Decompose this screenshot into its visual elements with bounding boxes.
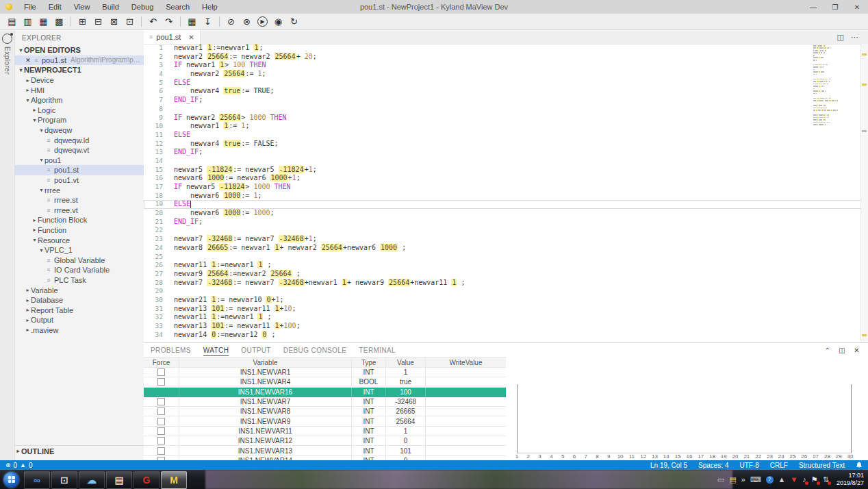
- force-checkbox[interactable]: [157, 378, 165, 386]
- tree-item-logic[interactable]: ▸Logic: [15, 105, 144, 116]
- watch-row-ins1.newvar16[interactable]: INS1.NEWVAR16INT100: [144, 388, 506, 397]
- tree-item-dqweqw.vt[interactable]: ≡dqweqw.vt: [15, 145, 144, 155]
- write-value-cell[interactable]: [426, 388, 506, 397]
- taskbar-app-file-manager[interactable]: ▤: [106, 471, 132, 489]
- restart-icon[interactable]: ↻: [286, 15, 302, 29]
- taskbar-app-messenger[interactable]: ☁: [79, 471, 105, 489]
- code-line-19[interactable]: 19ELSE: [144, 200, 861, 209]
- network-warning-icon[interactable]: ⇅: [823, 476, 829, 484]
- code-line-34[interactable]: 34newvar14 0:=newvar12 0 ;: [144, 331, 861, 340]
- panel-tab-watch[interactable]: WATCH: [203, 347, 229, 356]
- code-line-29[interactable]: 29: [144, 287, 861, 296]
- monitor-table-icon[interactable]: ⊡: [122, 15, 138, 29]
- code-line-13[interactable]: 13END_IF;: [144, 148, 861, 157]
- tree-item-pou1.st[interactable]: ≡pou1.st: [15, 165, 144, 175]
- code-line-4[interactable]: 4 newvar2 25664:= 1;: [144, 70, 861, 79]
- watch-row-ins1.newvar4[interactable]: INS1.NEWVAR4BOOLtrue: [144, 377, 506, 387]
- help-icon[interactable]: ?: [766, 476, 774, 484]
- panel-tab-output[interactable]: OUTPUT: [241, 347, 271, 354]
- code-line-20[interactable]: 20 newvar6 1000:= 1000;: [144, 209, 861, 218]
- close-tab-icon[interactable]: ✕: [188, 34, 194, 41]
- blocks-icon[interactable]: ⊞: [75, 15, 90, 29]
- panel-layout-icon[interactable]: ◫: [839, 347, 845, 354]
- taskbar-app-security-tool[interactable]: ⊡: [51, 471, 77, 489]
- tree-item-function-block[interactable]: ▸Function Block: [15, 215, 144, 225]
- code-line-14[interactable]: 14: [144, 157, 861, 166]
- stop-icon[interactable]: ◉: [270, 15, 286, 29]
- force-checkbox[interactable]: [157, 437, 165, 444]
- tree-item-report-table[interactable]: ▸Report Table: [15, 305, 144, 315]
- tree-item-device[interactable]: ▸Device: [15, 75, 144, 86]
- taskbar-clock[interactable]: 17:012019/8/27: [834, 472, 864, 488]
- code-line-22[interactable]: 22: [144, 226, 861, 235]
- code-line-7[interactable]: 7END_IF;: [144, 96, 861, 105]
- menu-help[interactable]: Help: [196, 1, 224, 13]
- redo-icon[interactable]: ↷: [161, 15, 177, 29]
- column-header-variable[interactable]: Variable: [179, 358, 352, 367]
- code-line-1[interactable]: 1newvar1 1:=newvar1 1;: [144, 44, 861, 53]
- tree-item-pou1[interactable]: ▾pou1: [15, 155, 144, 166]
- close-button[interactable]: ✕: [846, 0, 868, 14]
- panel-tab-debug-console[interactable]: DEBUG CONSOLE: [283, 347, 346, 354]
- problems-summary[interactable]: ⊗ 0 ▲ 0: [0, 462, 33, 469]
- tree-item-database[interactable]: ▸Database: [15, 295, 144, 305]
- status-item-spaces-4[interactable]: Spaces: 4: [698, 462, 728, 469]
- status-item-utf-8[interactable]: UTF-8: [739, 462, 758, 469]
- code-line-8[interactable]: 8: [144, 105, 861, 114]
- outline-section-header[interactable]: ▸ OUTLINE: [15, 445, 144, 456]
- tree-item-hmi[interactable]: ▸HMI: [15, 85, 144, 95]
- status-item-structured-text[interactable]: Structured Text: [799, 462, 845, 469]
- code-line-12[interactable]: 12 newvar4 true:= FALSE;: [144, 140, 861, 149]
- show-desktop-icon[interactable]: ▭: [717, 476, 724, 484]
- open-project-icon[interactable]: ▥: [20, 15, 36, 29]
- action-center-flag-icon[interactable]: ⚑: [811, 476, 818, 484]
- tree-item-vplc-1[interactable]: ▾VPLC_1: [15, 245, 144, 255]
- restore-button[interactable]: ❐: [824, 0, 846, 14]
- split-editor-icon[interactable]: ◫: [837, 33, 844, 42]
- tree-item-global-variable[interactable]: ≡Global Variable: [15, 255, 144, 265]
- tree-item-rrree[interactable]: ▾rrree: [15, 185, 144, 195]
- monitor-add-icon[interactable]: ⊟: [90, 15, 106, 29]
- tree-item-pou1.vt[interactable]: ≡pou1.vt: [15, 175, 144, 186]
- menu-debug[interactable]: Debug: [125, 1, 159, 13]
- code-line-30[interactable]: 30newvar21 1:= newvar10 0+1;: [144, 296, 861, 305]
- code-line-27[interactable]: 27newvar9 25664:=newvar2 25664 ;: [144, 270, 861, 279]
- minimap[interactable]: [813, 45, 838, 126]
- column-header-type[interactable]: Type: [352, 358, 386, 367]
- taskbar-app-g-tool[interactable]: G: [133, 471, 159, 489]
- code-line-3[interactable]: 3IF newvar1 1> 100 THEN: [144, 61, 861, 70]
- code-line-11[interactable]: 11ELSE: [144, 131, 861, 140]
- taskbar-app-maview[interactable]: M: [161, 471, 187, 489]
- taskbar-app-visual-studio[interactable]: ∞: [24, 471, 50, 489]
- monitor-build-icon[interactable]: ⊠: [106, 15, 122, 29]
- force-checkbox[interactable]: [157, 447, 165, 455]
- tree-item-rrree.vt[interactable]: ≡rrree.vt: [15, 205, 144, 216]
- tree-item-.maview[interactable]: ▸.maview: [15, 325, 144, 336]
- download-to-device-icon[interactable]: ↧: [200, 15, 216, 29]
- code-line-24[interactable]: 24newvar8 26665:= newvar1 1+ newvar2 256…: [144, 244, 861, 253]
- menu-build[interactable]: Build: [96, 1, 125, 13]
- column-header-force[interactable]: Force: [144, 358, 179, 367]
- watch-row-ins1.newvar12[interactable]: INS1.NEWVAR12INT0: [144, 436, 506, 446]
- code-line-9[interactable]: 9IF newvar2 25664> 1000 THEN: [144, 114, 861, 123]
- code-line-25[interactable]: 25: [144, 253, 861, 262]
- write-value-cell[interactable]: [426, 377, 506, 386]
- menu-view[interactable]: View: [68, 1, 97, 13]
- save-all-icon[interactable]: ▩: [51, 15, 67, 29]
- close-panel-icon[interactable]: ✕: [854, 347, 860, 354]
- code-line-15[interactable]: 15newvar5 -11824:= newvar5 -11824+1;: [144, 166, 861, 175]
- watch-row-ins1.newvar8[interactable]: INS1.NEWVAR8INT26665: [144, 407, 506, 416]
- code-line-21[interactable]: 21END_IF;: [144, 218, 861, 227]
- notifications-bell-icon[interactable]: [856, 461, 863, 470]
- tray-folder-icon[interactable]: ▤: [729, 476, 736, 484]
- write-value-cell[interactable]: [426, 427, 506, 436]
- close-editor-icon[interactable]: ✕: [25, 57, 31, 64]
- tree-item-io-card-variable[interactable]: ≡IO Card Variable: [15, 265, 144, 275]
- force-checkbox[interactable]: [157, 398, 165, 405]
- volume-muted-icon[interactable]: ♪: [802, 476, 806, 484]
- tree-item-output[interactable]: ▸Output: [15, 315, 144, 325]
- tree-item-dqweqw.ld[interactable]: ≡dqweqw.ld: [15, 135, 144, 145]
- tab-pou1-st[interactable]: ≡ pou1.st ✕: [144, 30, 201, 44]
- code-line-16[interactable]: 16newvar6 1000:= newvar6 1000+1;: [144, 174, 861, 183]
- watch-row-ins1.newvar13[interactable]: INS1.NEWVAR13INT101: [144, 446, 506, 455]
